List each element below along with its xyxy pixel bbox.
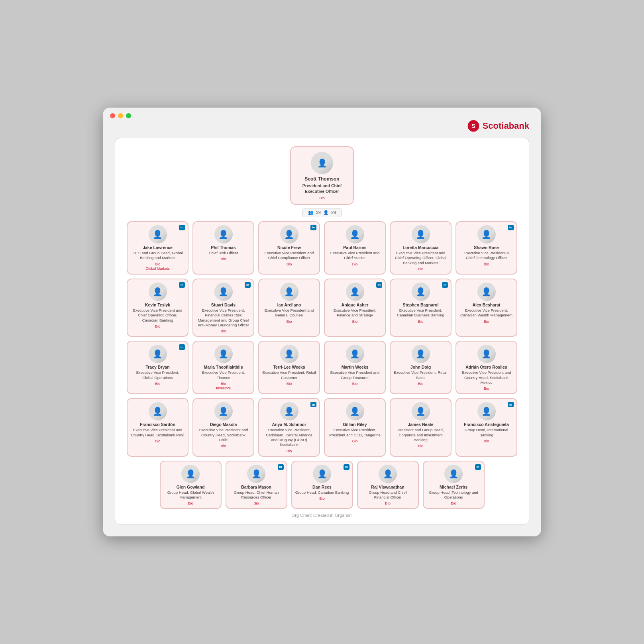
person-title: Executive Vice President and Country Hea… [131,428,185,438]
close-button[interactable] [110,113,115,118]
linkedin-badge[interactable]: in [179,225,185,230]
bio-link[interactable]: Bio [196,257,250,261]
person-card: 👤 Loretta Marcoccia Executive Vice Presi… [390,221,452,275]
person-photo: 👤 [181,465,200,483]
bio-link[interactable]: Bio [196,329,250,333]
person-name: Francisco Aristeguieta [459,422,513,427]
bio-link[interactable]: Bio [328,439,382,443]
linkedin-badge[interactable]: in [508,402,514,407]
person-photo: 👤 [412,402,430,420]
person-name: Phil Thomas [196,245,250,250]
bio-link[interactable]: Bio [262,319,316,324]
person-title: Executive Vice President, Retail Sales [394,370,448,380]
linkedin-badge[interactable]: in [179,282,185,288]
bio-link[interactable]: Bio [230,501,283,505]
bio-link[interactable]: Bio [459,439,513,443]
bio-link[interactable]: Bio [295,496,349,501]
person-card: 👤 Diego Masola Executive Vice President … [192,398,254,456]
person-title: CEO and Group Head, Global Banking and M… [131,251,185,261]
person-title: President and Group Head, Corporate and … [394,428,448,442]
linkedin-badge[interactable]: in [376,282,382,288]
person-card: 👤 Glen Gowland Group Head, Global Wealth… [160,461,222,509]
connector-row: 👥 29 👤 29 [122,208,522,217]
person-name: Diego Masola [196,422,250,427]
person-name: Shawn Rose [459,245,513,250]
person-name: Kevin Teslyk [131,302,185,307]
person-card: 👤 Alex Besharat Executive Vice President… [456,279,517,337]
bio-link[interactable]: Bio [262,262,316,266]
person-photo: 👤 [149,283,167,301]
person-card: in 👤 Kevin Teslyk Executive Vice Preside… [127,279,188,337]
bio-link[interactable]: Bio [196,444,250,448]
bio-link[interactable]: Bio [164,501,218,505]
grid-row-3: 👤 Francisco Sardón Executive Vice Presid… [122,398,522,456]
minimize-button[interactable] [118,113,123,118]
bio-link[interactable]: Bio [328,262,382,266]
person-card: 👤 Paul Baroni Executive Vice President a… [324,221,386,275]
person-card: 👤 Francisco Sardón Executive Vice Presid… [127,398,188,456]
bio-link[interactable]: Bio [361,501,415,505]
extra-link[interactable]: Global Markets [131,267,185,271]
person-card: 👤 Phil Thomas Chief Risk Officer Bio [192,221,254,275]
person-card: in 👤 Francisco Aristeguieta Group Head, … [456,398,517,456]
linkedin-badge[interactable]: in [508,225,514,230]
bio-link[interactable]: Bio [131,324,185,328]
grid-row-2: in 👤 Tracy Bryan Executive Vice Presiden… [122,341,522,394]
person-photo: 👤 [477,345,496,363]
person-card: 👤 Ian Arellano Executive Vice President … [258,279,320,337]
bio-link[interactable]: Bio [459,262,513,266]
person-photo: 👤 [214,345,233,363]
person-photo: 👤 [477,225,496,243]
bio-link[interactable]: Bio [427,501,481,505]
person-card: 👤 Terri-Lee Weeks Executive Vice Preside… [258,341,320,394]
person-name: Stuart Davis [196,302,250,307]
linkedin-badge[interactable]: in [278,464,284,470]
bio-link[interactable]: Bio [196,381,250,386]
person-name: Glen Gowland [164,485,218,489]
linkedin-badge[interactable]: in [442,282,448,288]
linkedin-badge[interactable]: in [245,282,251,288]
bio-link[interactable]: Bio [131,381,185,386]
person-photo: 👤 [280,225,298,243]
person-card: in 👤 Nicole Frew Executive Vice Presiden… [258,221,320,275]
bio-link[interactable]: Bio [262,381,316,386]
header-bar: S Scotiabank [115,120,529,132]
linkedin-badge[interactable]: in [475,464,481,470]
person-name: Tracy Bryan [131,365,185,369]
person-name: Francisco Sardón [131,422,185,427]
person-name: Raj Viswanathan [361,485,415,489]
person-title: Executive Vice President, Finance and St… [328,308,382,318]
person-card: 👤 Adrián Otero Rosiles Executive Vice Pr… [456,341,517,394]
bio-link[interactable]: Bio [459,319,513,324]
ceo-name: Scott Thomson [297,176,347,182]
person-name: Gillian Riley [328,422,382,427]
bio-link[interactable]: Bio [394,381,448,386]
bio-link[interactable]: Bio [131,262,185,266]
maximize-button[interactable] [126,113,131,118]
ceo-bio-link[interactable]: Bio [297,196,347,200]
bio-link[interactable]: Bio [394,267,448,271]
person-photo: 👤 [280,283,298,301]
person-card: 👤 James Neate President and Group Head, … [390,398,452,456]
person-photo: 👤 [149,225,167,243]
person-name: Dan Rees [295,485,349,489]
linkedin-badge[interactable]: in [179,344,185,350]
bio-link[interactable]: Bio [328,381,382,386]
bio-link[interactable]: Bio [394,319,448,324]
linkedin-badge[interactable]: in [344,464,349,470]
extra-link[interactable]: Investors [196,386,250,390]
linkedin-badge[interactable]: in [310,402,316,407]
footer: Org Chart: Created in Organimi [122,513,522,518]
brand-name: Scotiabank [483,121,529,131]
bio-link[interactable]: Bio [394,444,448,448]
bio-link[interactable]: Bio [262,449,316,453]
person-title: Executive Vice President, Finance [196,370,250,380]
bio-link[interactable]: Bio [459,386,513,391]
bio-link[interactable]: Bio [328,319,382,324]
bio-link[interactable]: Bio [131,439,185,443]
person-card: 👤 Maria Theofilaktidis Executive Vice Pr… [192,341,254,394]
person-card: in 👤 Barbara Mason Group Head, Chief Hum… [226,461,287,509]
grid-row-1: in 👤 Kevin Teslyk Executive Vice Preside… [122,279,522,337]
linkedin-badge[interactable]: in [310,225,316,230]
person-photo: 👤 [379,465,397,483]
